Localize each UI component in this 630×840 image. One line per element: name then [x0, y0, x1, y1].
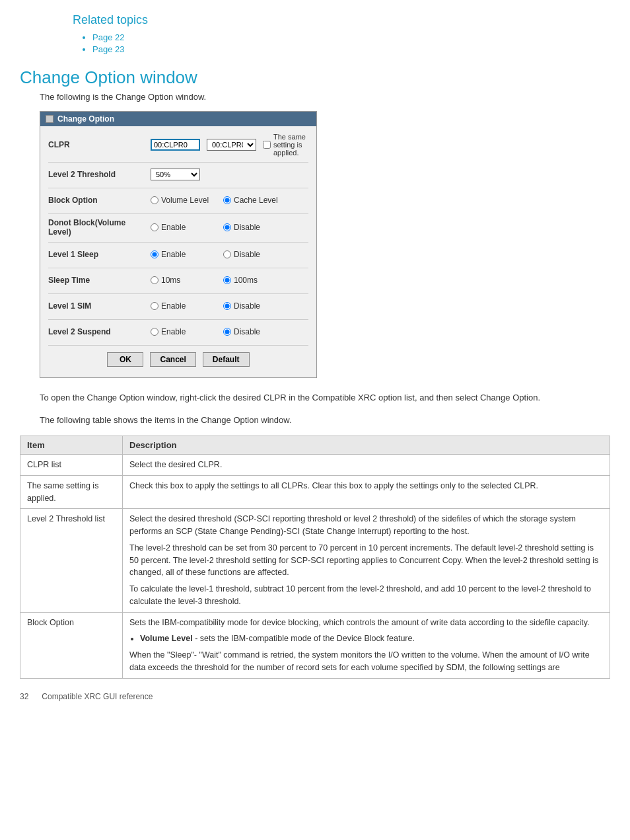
threshold-desc-3: To calculate the level-1 threshold, subt…: [129, 583, 603, 608]
description-1: To open the Change Option window, right-…: [40, 391, 610, 404]
table-row: CLPR list Select the desired CLPR.: [20, 455, 610, 476]
description-2: The following table shows the items in t…: [40, 414, 610, 427]
items-table: Item Description CLPR list Select the de…: [20, 436, 610, 679]
sleep-time-label: Sleep Time: [48, 276, 151, 285]
separator: [48, 242, 308, 243]
threshold-desc-2: The level-2 threshold can be set from 30…: [129, 542, 603, 579]
page-number: 32: [20, 692, 28, 701]
level1-sleep-label: Level 1 Sleep: [48, 250, 151, 259]
clpr-row: CLPR 00:CLPR0 The same setting is applie…: [48, 133, 308, 157]
page-22-link[interactable]: Page 22: [92, 32, 124, 42]
block-option-cache-label[interactable]: Cache Level: [223, 196, 289, 205]
level1-sleep-enable-label[interactable]: Enable: [151, 250, 217, 259]
separator: [48, 345, 308, 346]
list-item: Volume Level - sets the IBM-compatible m…: [140, 632, 603, 645]
level1-sim-label: Level 1 SIM: [48, 301, 151, 311]
level1-sim-enable-radio[interactable]: [151, 302, 158, 310]
block-option-extra: When the "Sleep"- "Wait" command is retr…: [129, 649, 603, 674]
section-intro: The following is the Change Option windo…: [40, 92, 610, 102]
separator: [48, 319, 308, 320]
default-button[interactable]: Default: [203, 352, 250, 367]
list-item[interactable]: Page 23: [92, 44, 610, 54]
sleep-time-row: Sleep Time 10ms 100ms: [48, 272, 308, 288]
dialog-icon: [46, 115, 53, 123]
block-option-bullets: Volume Level - sets the IBM-compatible m…: [140, 632, 603, 645]
sleep-time-10ms-radio[interactable]: [151, 276, 158, 284]
clpr-dropdown[interactable]: 00:CLPR0: [207, 139, 256, 151]
level2-suspend-disable-radio[interactable]: [223, 328, 231, 336]
table-cell-item: The same setting is applied.: [20, 475, 123, 509]
table-header-item: Item: [20, 436, 123, 455]
clpr-controls: 00:CLPR0 The same setting is applied.: [151, 133, 308, 157]
page-23-link[interactable]: Page 23: [92, 44, 124, 54]
block-option-volume-radio[interactable]: [151, 196, 158, 204]
table-cell-item: Level 2 Threshold list: [20, 509, 123, 612]
table-row: The same setting is applied. Check this …: [20, 475, 610, 509]
dialog-buttons: OK Cancel Default: [48, 352, 308, 371]
block-option-volume-label[interactable]: Volume Level: [151, 196, 217, 205]
sleep-time-10ms-label[interactable]: 10ms: [151, 276, 217, 285]
dialog-titlebar: Change Option: [40, 112, 316, 126]
level1-sim-enable-label[interactable]: Enable: [151, 301, 217, 311]
ok-button[interactable]: OK: [107, 352, 143, 367]
donot-block-enable-label[interactable]: Enable: [151, 223, 217, 232]
level1-sleep-controls: Enable Disable: [151, 250, 308, 259]
level1-sleep-disable-label[interactable]: Disable: [223, 250, 289, 259]
level2-suspend-row: Level 2 Suspend Enable Disable: [48, 324, 308, 340]
block-option-row: Block Option Volume Level Cache Level: [48, 192, 308, 208]
sleep-time-100ms-radio[interactable]: [223, 276, 231, 284]
donot-block-disable-label[interactable]: Disable: [223, 223, 289, 232]
bullet-bold: Volume Level: [140, 634, 193, 643]
separator: [48, 162, 308, 163]
level1-sim-controls: Enable Disable: [151, 301, 308, 311]
footer-text: Compatible XRC GUI reference: [42, 692, 153, 701]
level2-threshold-row: Level 2 Threshold 50% 30% 40% 60% 70%: [48, 167, 308, 182]
donot-block-row: Donot Block(Volume Level) Enable Disable: [48, 218, 308, 237]
related-topics-heading: Related topics: [73, 13, 610, 27]
donot-block-label: Donot Block(Volume Level): [48, 218, 151, 237]
threshold-desc-1: Select the desired threshold (SCP-SCI re…: [129, 513, 603, 538]
level2-threshold-label: Level 2 Threshold: [48, 170, 151, 179]
separator: [48, 293, 308, 294]
sleep-time-100ms-label[interactable]: 100ms: [223, 276, 289, 285]
bullet-text: - sets the IBM-compatible mode of the De…: [193, 634, 415, 643]
table-cell-description: Check this box to apply the settings to …: [123, 475, 610, 509]
level1-sim-row: Level 1 SIM Enable Disable: [48, 298, 308, 314]
level1-sleep-row: Level 1 Sleep Enable Disable: [48, 247, 308, 262]
block-option-cache-radio[interactable]: [223, 196, 231, 204]
related-topics-list: Page 22 Page 23: [92, 32, 610, 54]
level2-suspend-enable-radio[interactable]: [151, 328, 158, 336]
clpr-input[interactable]: [151, 139, 200, 151]
table-row: Level 2 Threshold list Select the desire…: [20, 509, 610, 612]
clpr-label: CLPR: [48, 140, 151, 149]
table-header-row: Item Description: [20, 436, 610, 455]
separator: [48, 188, 308, 188]
sleep-time-controls: 10ms 100ms: [151, 276, 308, 285]
separator: [48, 213, 308, 214]
donot-block-enable-radio[interactable]: [151, 223, 158, 231]
table-cell-description: Select the desired CLPR.: [123, 455, 610, 476]
level1-sleep-enable-radio[interactable]: [151, 250, 158, 258]
level2-suspend-label: Level 2 Suspend: [48, 327, 151, 336]
same-setting-label[interactable]: The same setting is applied.: [263, 133, 308, 157]
section-title: Change Option window: [20, 67, 610, 88]
donot-block-disable-radio[interactable]: [223, 223, 231, 231]
level2-suspend-disable-label[interactable]: Disable: [223, 327, 289, 336]
cancel-button[interactable]: Cancel: [150, 352, 195, 367]
block-option-intro: Sets the IBM-compatibility mode for devi…: [129, 617, 603, 629]
same-setting-checkbox[interactable]: [263, 141, 271, 149]
level2-suspend-controls: Enable Disable: [151, 327, 308, 336]
level1-sim-disable-label[interactable]: Disable: [223, 301, 289, 311]
level1-sleep-disable-radio[interactable]: [223, 250, 231, 258]
table-header-description: Description: [123, 436, 610, 455]
level1-sim-disable-radio[interactable]: [223, 302, 231, 310]
list-item[interactable]: Page 22: [92, 32, 610, 42]
change-option-dialog: Change Option CLPR 00:CLPR0 The same set…: [40, 111, 317, 378]
dialog-body: CLPR 00:CLPR0 The same setting is applie…: [40, 126, 316, 377]
level2-suspend-enable-label[interactable]: Enable: [151, 327, 217, 336]
donot-block-controls: Enable Disable: [151, 223, 308, 232]
table-cell-item: Block Option: [20, 612, 123, 678]
block-option-label: Block Option: [48, 196, 151, 205]
level2-threshold-dropdown[interactable]: 50% 30% 40% 60% 70%: [151, 169, 200, 180]
separator: [48, 268, 308, 268]
